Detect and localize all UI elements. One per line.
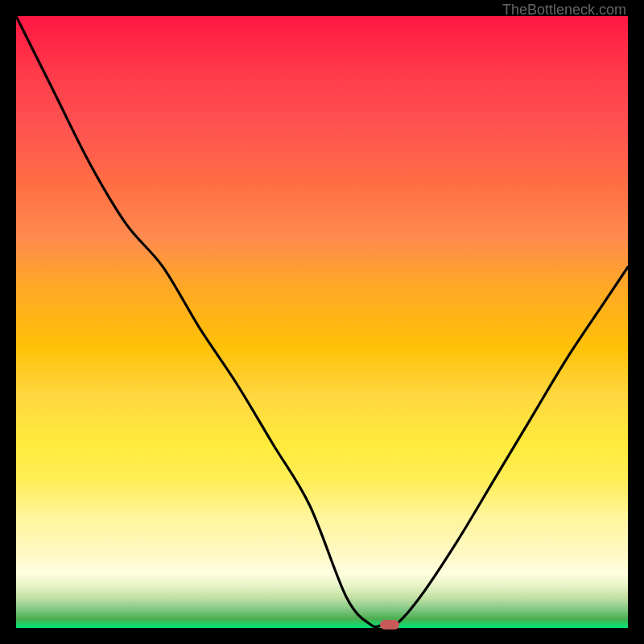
curve-svg (16, 16, 628, 628)
bottleneck-curve (16, 16, 628, 627)
bottleneck-chart: TheBottleneck.com (0, 0, 644, 644)
optimal-point-marker (380, 620, 399, 630)
watermark-text: TheBottleneck.com (502, 2, 626, 19)
plot-area (16, 16, 628, 628)
